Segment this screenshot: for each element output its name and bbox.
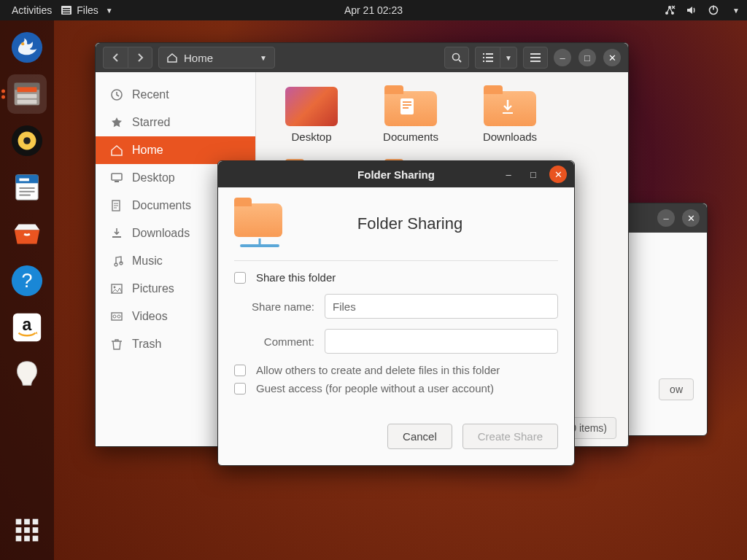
sidebar-item-label: Starred — [132, 116, 170, 129]
files-toolbar: Home ▼ ▼ – □ ✕ — [96, 43, 628, 72]
svg-rect-48 — [530, 53, 541, 55]
sidebar-item-label: Documents — [132, 199, 191, 212]
sidebar-item-label: Music — [132, 254, 163, 268]
dock-files[interactable] — [7, 74, 47, 114]
guest-access-checkbox[interactable] — [234, 383, 246, 394]
sidebar-item-label: Recent — [132, 88, 169, 101]
dock-writer[interactable] — [7, 168, 47, 207]
sidebar-item-label: Desktop — [132, 171, 175, 184]
svg-text:?: ? — [22, 270, 33, 292]
doc-icon — [110, 199, 123, 212]
comment-label: Comment: — [234, 335, 314, 348]
svg-rect-47 — [486, 61, 493, 62]
dialog-heading: Folder Sharing — [298, 214, 522, 233]
svg-rect-36 — [33, 527, 39, 533]
dock-help[interactable]: ? — [7, 261, 47, 300]
dialog-titlebar: Folder Sharing – □ ✕ — [218, 161, 574, 187]
svg-point-59 — [113, 315, 116, 318]
svg-rect-50 — [530, 61, 541, 62]
help-icon: ? — [10, 264, 44, 298]
svg-rect-64 — [403, 107, 409, 109]
sidebar-item-label: Trash — [132, 338, 161, 351]
sidebar-item-starred[interactable]: Starred — [96, 109, 255, 136]
svg-line-41 — [459, 60, 461, 62]
nav-forward-button[interactable] — [128, 47, 152, 69]
network-icon[interactable] — [664, 4, 676, 16]
picture-icon — [110, 282, 123, 295]
create-share-button[interactable]: Create Share — [462, 424, 558, 449]
sidebar-item-label: Videos — [132, 310, 168, 323]
dock: ? a — [0, 20, 54, 560]
close-button[interactable]: ✕ — [603, 49, 621, 66]
svg-rect-23 — [19, 179, 28, 182]
dock-thunderbird[interactable] — [7, 28, 47, 67]
comment-input[interactable] — [325, 329, 558, 354]
svg-point-40 — [453, 54, 460, 61]
sidebar-item-recent[interactable]: Recent — [96, 81, 255, 109]
files-app-icon — [61, 4, 72, 16]
svg-rect-15 — [18, 87, 37, 92]
svg-point-57 — [114, 287, 116, 289]
item-downloads[interactable]: Downloads — [471, 87, 549, 143]
svg-rect-31 — [16, 519, 22, 525]
sys-caret-icon[interactable]: ▼ — [732, 7, 740, 15]
dock-show-apps[interactable] — [7, 510, 47, 550]
thunderbird-icon — [10, 31, 44, 64]
svg-rect-3 — [63, 12, 70, 14]
caret-down-icon: ▼ — [260, 54, 267, 62]
svg-rect-34 — [16, 527, 22, 533]
share-name-label: Share name: — [234, 300, 314, 313]
search-button[interactable] — [444, 47, 469, 69]
caret-down-icon: ▼ — [505, 54, 512, 62]
svg-rect-25 — [19, 191, 34, 192]
location-bar[interactable]: Home ▼ — [158, 47, 275, 69]
item-desktop[interactable]: Desktop — [272, 87, 351, 143]
svg-rect-46 — [483, 61, 484, 62]
top-bar: Activities Files ▼ Apr 21 02:23 ▼ — [0, 0, 747, 20]
clock-icon — [110, 88, 123, 101]
svg-rect-35 — [24, 527, 30, 533]
share-folder-label: Share this folder — [256, 271, 336, 284]
hamburger-menu-button[interactable] — [523, 47, 548, 69]
item-label: Desktop — [291, 131, 331, 143]
svg-rect-17 — [18, 100, 37, 104]
svg-rect-32 — [24, 519, 30, 525]
power-icon[interactable] — [708, 4, 719, 16]
minimize-button[interactable]: – — [554, 49, 571, 66]
view-options-button[interactable]: ▼ — [500, 47, 517, 69]
activities-button[interactable]: Activities — [7, 3, 56, 18]
item-documents[interactable]: Documents — [371, 87, 450, 143]
dock-amazon[interactable]: a — [7, 308, 47, 347]
svg-rect-42 — [483, 53, 484, 55]
dialog-maximize-button[interactable]: □ — [525, 166, 542, 183]
dock-software[interactable] — [7, 214, 47, 254]
writer-icon — [10, 171, 44, 204]
cancel-button[interactable]: Cancel — [387, 424, 452, 449]
list-icon — [482, 52, 494, 63]
allow-write-checkbox[interactable] — [234, 365, 246, 376]
location-label: Home — [184, 52, 213, 64]
svg-rect-39 — [33, 536, 39, 542]
svg-rect-33 — [33, 519, 39, 525]
svg-rect-63 — [403, 104, 411, 106]
svg-rect-16 — [18, 94, 37, 98]
clock[interactable]: Apr 21 02:23 — [344, 4, 403, 16]
dialog-title: Folder Sharing — [357, 168, 435, 181]
maximize-button[interactable]: □ — [578, 49, 596, 66]
dock-unknown[interactable] — [7, 354, 47, 394]
share-name-input[interactable] — [325, 294, 558, 319]
bg-minimize-button[interactable]: – — [657, 209, 675, 227]
volume-icon[interactable] — [686, 4, 697, 16]
svg-point-12 — [21, 42, 24, 45]
share-folder-checkbox[interactable] — [234, 272, 246, 284]
dock-rhythmbox[interactable] — [7, 121, 47, 160]
folder-icon — [484, 91, 536, 126]
view-list-button[interactable] — [475, 47, 500, 69]
svg-point-60 — [117, 315, 120, 318]
app-menu[interactable]: Files ▼ — [56, 3, 117, 18]
dialog-close-button[interactable]: ✕ — [549, 166, 567, 183]
nav-back-button[interactable] — [103, 47, 128, 69]
bg-close-button[interactable]: ✕ — [682, 209, 700, 227]
bg-partial-button[interactable]: ow — [659, 378, 694, 400]
dialog-minimize-button[interactable]: – — [500, 166, 517, 183]
